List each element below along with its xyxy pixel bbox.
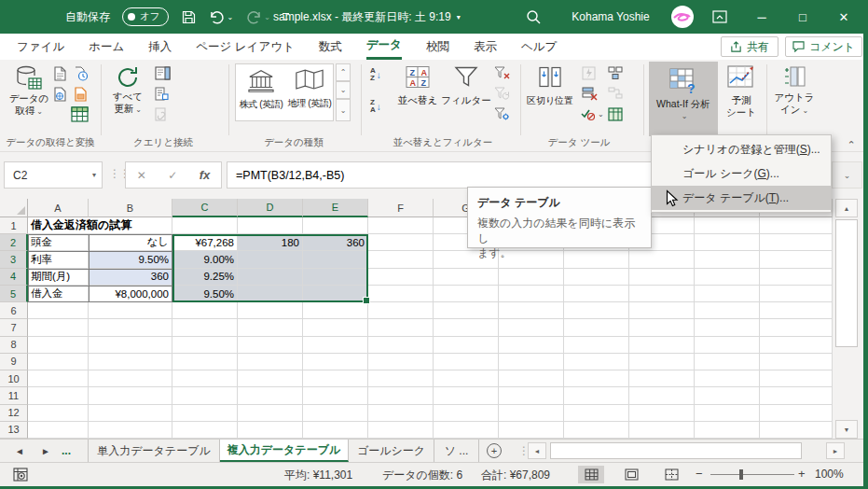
grid-cell[interactable]: [695, 234, 760, 251]
grid-cell[interactable]: [695, 370, 760, 387]
edit-links-button[interactable]: [155, 107, 169, 121]
grid-cell[interactable]: [89, 337, 172, 354]
row-header[interactable]: 9: [0, 354, 28, 370]
sort-ascending-button[interactable]: AZ↓: [370, 67, 381, 82]
grid-cell[interactable]: [303, 217, 368, 234]
grid-cell[interactable]: [368, 422, 434, 439]
tab-page-layout[interactable]: ページ レイアウト: [196, 34, 295, 60]
view-normal-button[interactable]: [578, 466, 604, 483]
grid-cell[interactable]: [172, 387, 238, 404]
grid-cell[interactable]: [238, 422, 303, 439]
grid-cell[interactable]: [303, 354, 368, 370]
grid-cell[interactable]: [368, 354, 434, 370]
grid-cell[interactable]: [368, 319, 434, 336]
grid-cell[interactable]: [28, 370, 89, 387]
ribbon-display-options-button[interactable]: [698, 0, 741, 34]
grid-cell[interactable]: [368, 337, 434, 354]
grid-cell[interactable]: [499, 405, 564, 422]
what-if-analysis-button[interactable]: ? What-If 分析 ⌄: [649, 62, 718, 136]
grid-cell[interactable]: [499, 319, 564, 336]
grid-cell[interactable]: [760, 405, 833, 422]
grid-cell[interactable]: [629, 302, 695, 319]
grid-cell[interactable]: 期間(月): [28, 269, 89, 286]
grid-cell[interactable]: [760, 251, 833, 268]
tab-help[interactable]: ヘルプ: [521, 34, 557, 60]
grid-cell[interactable]: [564, 269, 629, 286]
avatar[interactable]: [667, 0, 698, 34]
grid-cell[interactable]: [760, 217, 833, 234]
grid-cell[interactable]: [303, 422, 368, 439]
grid-cell[interactable]: 頭金: [28, 234, 89, 251]
grid-cell[interactable]: 9.25%: [172, 269, 238, 286]
grid-cell[interactable]: [434, 370, 499, 387]
grid-cell[interactable]: [695, 422, 760, 439]
view-page-break-button[interactable]: [658, 466, 684, 483]
row-header[interactable]: 3: [0, 251, 28, 268]
column-header[interactable]: C: [172, 199, 238, 217]
grid-cell[interactable]: [499, 269, 564, 286]
sheet-nav-right-button[interactable]: ►: [41, 440, 50, 462]
grid-cell[interactable]: [695, 337, 760, 354]
grid-cell[interactable]: [499, 286, 564, 302]
grid-cell[interactable]: [760, 269, 833, 286]
grid-cell[interactable]: [172, 422, 238, 439]
grid-cell[interactable]: [238, 337, 303, 354]
grid-cell[interactable]: [28, 422, 89, 439]
row-header[interactable]: 11: [0, 387, 28, 404]
tab-file[interactable]: ファイル: [17, 34, 64, 60]
grid-cell[interactable]: [172, 405, 238, 422]
zoom-in-button[interactable]: +: [798, 467, 806, 481]
grid-cell[interactable]: [172, 337, 238, 354]
grid-cell[interactable]: [172, 370, 238, 387]
tab-formulas[interactable]: 数式: [319, 34, 342, 60]
grid-cell[interactable]: [172, 217, 238, 234]
menu-item-scenario-manager[interactable]: シナリオの登録と管理(S)...: [652, 137, 831, 161]
recent-sources-button[interactable]: [74, 66, 89, 81]
grid-cell[interactable]: [629, 337, 695, 354]
get-data-button[interactable]: データの 取得⌄: [7, 64, 50, 118]
grid-cell[interactable]: [564, 354, 629, 370]
row-header[interactable]: 4: [0, 269, 28, 286]
filter-button[interactable]: フィルター: [444, 65, 489, 106]
sort-dialog-button[interactable]: ZAAZ 並べ替え: [395, 65, 440, 106]
gallery-more-button[interactable]: ⌄: [336, 99, 351, 121]
comments-button[interactable]: コメント: [785, 36, 862, 57]
grid-cell[interactable]: [368, 234, 434, 251]
from-table-range-button[interactable]: [71, 106, 89, 122]
grid-cell[interactable]: [368, 286, 434, 302]
grid-cell[interactable]: [238, 319, 303, 336]
hscroll-right-button[interactable]: ►: [826, 442, 845, 459]
grid-cell[interactable]: [760, 422, 833, 439]
maximize-button[interactable]: □: [782, 0, 823, 34]
grid-cell[interactable]: [695, 251, 760, 268]
tab-home[interactable]: ホーム: [89, 34, 124, 60]
grid-cell[interactable]: [238, 286, 303, 302]
grid-cell[interactable]: [238, 251, 303, 268]
grid-cell[interactable]: [238, 302, 303, 319]
grid-cell[interactable]: [629, 405, 695, 422]
close-button[interactable]: ✕: [823, 0, 864, 34]
grid-cell[interactable]: [629, 319, 695, 336]
grid-cell[interactable]: [629, 387, 695, 404]
data-validation-button[interactable]: ⌄: [580, 107, 604, 121]
tab-view[interactable]: 表示: [474, 34, 497, 60]
zoom-out-button[interactable]: −: [696, 467, 703, 481]
grid-cell[interactable]: [695, 302, 760, 319]
row-header[interactable]: 7: [0, 319, 28, 336]
relationships-button[interactable]: [608, 87, 623, 99]
grid-cell[interactable]: [434, 354, 499, 370]
expand-formula-bar-button[interactable]: ⌄: [832, 161, 862, 189]
grid-cell[interactable]: [303, 337, 368, 354]
select-all-corner[interactable]: [0, 199, 28, 217]
redo-button[interactable]: ⌄: [245, 10, 270, 24]
grid-cell[interactable]: [499, 337, 564, 354]
column-header[interactable]: B: [89, 199, 172, 217]
grid-cell[interactable]: 360: [89, 269, 172, 286]
zoom-slider-thumb[interactable]: [739, 469, 743, 480]
grid-cell[interactable]: [564, 370, 629, 387]
grid-cell[interactable]: [238, 217, 303, 234]
grid-cell[interactable]: [499, 302, 564, 319]
document-title[interactable]: sample.xlsx - 最終更新日時: 土 9:19▾: [273, 0, 461, 34]
grid-cell[interactable]: [89, 302, 172, 319]
grid-cell[interactable]: [434, 302, 499, 319]
